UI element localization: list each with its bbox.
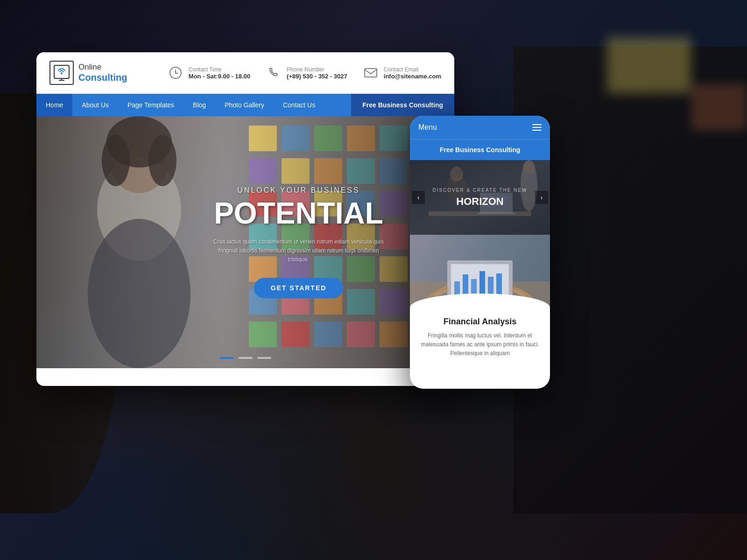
hero-person-area [36,116,233,368]
hamburger-line-3 [532,130,542,131]
email-value: info@sitename.com [384,73,441,80]
svg-point-4 [61,72,63,74]
nav-home[interactable]: Home [36,94,72,116]
hero-subtitle: UNLOCK YOUR BUSINESS [210,186,388,195]
card-title: Financial Analysis [418,317,542,327]
svg-rect-6 [365,69,377,77]
svg-point-11 [102,135,130,186]
desktop-mockup: Online Consulting Contact Time Mon - Sat… [36,52,454,386]
mobile-hero: DISCOVER & CREATE THE NEW HORIZON ‹ › [410,160,550,235]
card-content: Financial Analysis Fringilla mollis mag … [410,309,550,366]
contact-time-text: Contact Time Mon - Sat:9.00 - 18.00 [189,66,250,80]
nav-cta[interactable]: Free Business Consulting [351,94,454,116]
mobile-cta-bar[interactable]: Free Business Consulting [410,139,550,160]
svg-rect-33 [496,273,502,295]
hero-title: POTENTIAL [210,198,388,228]
phone-label: Phone Number [287,66,347,73]
hamburger-button[interactable] [532,124,542,131]
card-image [410,235,550,309]
slider-dot-3[interactable] [257,357,271,359]
contact-time-item: Contact Time Mon - Sat:9.00 - 18.00 [167,64,250,81]
phone-icon [265,64,282,81]
phone-value: (+89) 530 - 352 - 3027 [287,73,347,80]
mobile-slider-subtitle: DISCOVER & CREATE THE NEW [433,188,528,193]
email-icon [362,64,379,81]
hero-section: UNLOCK YOUR BUSINESS POTENTIAL Cras iact… [36,116,454,368]
mobile-menu-label: Menu [418,123,437,132]
svg-rect-0 [54,65,69,78]
svg-rect-31 [479,271,485,295]
header-info: Contact Time Mon - Sat:9.00 - 18.00 Phon… [167,64,441,81]
slider-dot-1[interactable] [220,357,234,359]
svg-point-12 [148,135,176,186]
slider-next-button[interactable]: › [535,191,548,204]
mobile-mockup: Menu Free Business Consulting [410,116,550,389]
next-arrow-icon: › [541,194,543,201]
email-text: Contact Email info@sitename.com [384,66,441,80]
svg-rect-28 [454,281,460,295]
hero-description: Cras iactus quam condimentum ut venen ru… [210,238,388,265]
hamburger-line-2 [532,127,542,128]
slider-dots [220,357,271,359]
logo-text: Online Consulting [78,63,127,83]
phone-item: Phone Number (+89) 530 - 352 - 3027 [265,64,347,81]
nav-contact[interactable]: Contact Us [274,94,324,116]
get-started-button[interactable]: GET STARTED [254,278,344,298]
logo-icon [49,61,74,85]
nav-gallery[interactable]: Photo Gallery [215,94,274,116]
logo-online: Online [78,63,127,72]
mobile-card: Financial Analysis Fringilla mollis mag … [410,235,550,366]
mobile-cta-label: Free Business Consulting [440,146,521,154]
hero-content: UNLOCK YOUR BUSINESS POTENTIAL Cras iact… [210,186,388,298]
email-label: Contact Email [384,66,441,73]
clock-icon [167,64,184,81]
card-description: Fringilla mollis mag luctus vel. Interdu… [418,331,542,358]
phone-text: Phone Number (+89) 530 - 352 - 3027 [287,66,347,80]
mobile-nav: Menu [410,116,550,139]
svg-rect-30 [471,279,477,295]
hamburger-line-1 [532,124,542,125]
svg-rect-32 [488,277,493,295]
main-nav: Home About Us Page Templates Blog Photo … [36,94,454,116]
email-item: Contact Email info@sitename.com [362,64,441,81]
logo: Online Consulting [49,61,127,85]
nav-templates[interactable]: Page Templates [118,94,183,116]
svg-point-8 [88,219,190,368]
nav-about[interactable]: About Us [72,94,118,116]
mobile-slider-title: HORIZON [456,196,503,208]
svg-rect-29 [463,274,468,295]
slider-prev-button[interactable]: ‹ [412,191,425,204]
mobile-hero-content: DISCOVER & CREATE THE NEW HORIZON [410,160,550,235]
prev-arrow-icon: ‹ [417,194,420,201]
slider-dot-2[interactable] [239,357,253,359]
site-header: Online Consulting Contact Time Mon - Sat… [36,52,454,94]
contact-time-label: Contact Time [189,66,250,73]
contact-time-value: Mon - Sat:9.00 - 18.00 [189,73,250,80]
nav-blog[interactable]: Blog [183,94,215,116]
logo-consulting: Consulting [78,72,127,83]
